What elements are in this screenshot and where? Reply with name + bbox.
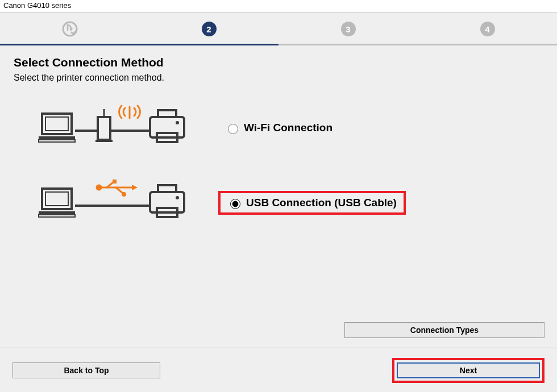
svg-rect-19 bbox=[39, 215, 75, 217]
wifi-radio-label: Wi-Fi Connection bbox=[244, 122, 332, 134]
connection-types-wrap: Connection Types bbox=[344, 322, 544, 338]
step-1 bbox=[0, 12, 139, 45]
printer-icon bbox=[150, 185, 184, 217]
next-button[interactable]: Next bbox=[397, 362, 540, 378]
content-area: Select Connection Method Select the prin… bbox=[0, 45, 557, 228]
next-highlight: Next bbox=[392, 358, 544, 383]
usb-illustration bbox=[14, 177, 218, 228]
router-icon bbox=[95, 109, 113, 142]
wizard-panel: 2 3 4 Select Connection Method Select th… bbox=[0, 12, 557, 392]
wifi-waves-icon bbox=[119, 106, 140, 118]
svg-rect-28 bbox=[150, 192, 184, 212]
wifi-radio-input[interactable] bbox=[228, 124, 238, 134]
window-title: Canon G4010 series bbox=[0, 0, 557, 12]
svg-point-15 bbox=[176, 121, 179, 124]
svg-rect-13 bbox=[158, 110, 176, 117]
step-number: 4 bbox=[480, 22, 495, 36]
usb-radio-input[interactable] bbox=[230, 199, 240, 209]
step-2: 2 bbox=[139, 12, 278, 45]
svg-rect-3 bbox=[45, 117, 68, 131]
step-indicator: 2 3 4 bbox=[0, 12, 557, 45]
svg-rect-7 bbox=[98, 117, 110, 140]
svg-rect-29 bbox=[158, 185, 176, 192]
svg-rect-8 bbox=[95, 140, 113, 142]
step-done-icon bbox=[61, 20, 78, 37]
footer: Back to Top Next bbox=[0, 348, 557, 392]
usb-radio-label: USB Connection (USB Cable) bbox=[246, 197, 397, 209]
svg-rect-12 bbox=[150, 117, 184, 137]
svg-point-31 bbox=[176, 196, 179, 199]
laptop-icon bbox=[39, 114, 75, 142]
step-number: 2 bbox=[202, 22, 217, 36]
laptop-icon bbox=[39, 189, 75, 217]
back-to-top-button[interactable]: Back to Top bbox=[13, 362, 160, 378]
wifi-radio[interactable]: Wi-Fi Connection bbox=[218, 118, 339, 137]
page-title: Select Connection Method bbox=[14, 56, 543, 69]
svg-marker-1 bbox=[69, 28, 73, 31]
usb-radio[interactable]: USB Connection (USB Cable) bbox=[218, 191, 406, 215]
connection-types-button[interactable]: Connection Types bbox=[344, 322, 544, 338]
svg-rect-17 bbox=[45, 192, 68, 206]
svg-rect-5 bbox=[39, 140, 75, 142]
step-4: 4 bbox=[418, 12, 557, 45]
usb-symbol-icon bbox=[97, 180, 138, 197]
printer-icon bbox=[150, 110, 184, 142]
wifi-illustration bbox=[14, 102, 218, 153]
svg-point-27 bbox=[122, 192, 126, 197]
page-subtitle: Select the printer connection method. bbox=[14, 73, 543, 83]
step-3: 3 bbox=[278, 12, 418, 45]
option-wifi-row: Wi-Fi Connection bbox=[14, 102, 543, 153]
option-usb-row: USB Connection (USB Cable) bbox=[14, 177, 543, 228]
svg-marker-23 bbox=[132, 185, 138, 190]
svg-rect-25 bbox=[113, 180, 117, 184]
step-number: 3 bbox=[341, 22, 356, 36]
